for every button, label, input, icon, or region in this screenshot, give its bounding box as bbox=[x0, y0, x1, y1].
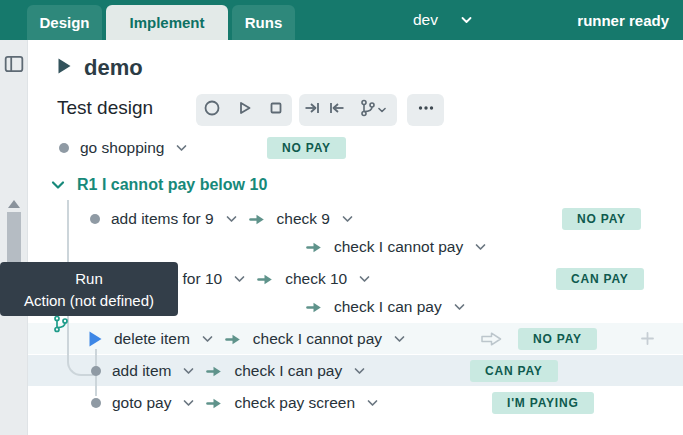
run-button[interactable] bbox=[235, 94, 253, 126]
model-play-icon[interactable] bbox=[57, 57, 72, 79]
skip-to-end-icon bbox=[303, 99, 321, 121]
chevron-down-icon[interactable] bbox=[175, 142, 188, 154]
ghost-arrow-icon bbox=[480, 331, 503, 351]
check-label: check I can pay bbox=[234, 362, 342, 380]
pay-status-badge: I'M PAYING bbox=[492, 392, 594, 414]
more-button[interactable] bbox=[417, 94, 435, 126]
check-label: check 10 bbox=[285, 270, 347, 288]
ellipsis-icon bbox=[417, 99, 435, 121]
skip-to-end-button[interactable] bbox=[303, 94, 321, 126]
row-play-button[interactable] bbox=[88, 330, 103, 348]
tree-row-delete-item[interactable]: delete item check I cannot pay NO PAY bbox=[28, 324, 683, 354]
transition-arrow-icon bbox=[257, 273, 274, 286]
state-bullet-icon bbox=[91, 366, 101, 376]
tree-row-go-shopping[interactable]: go shopping NO PAY bbox=[28, 133, 683, 163]
chevron-down-icon[interactable] bbox=[453, 301, 466, 313]
tab-runs[interactable]: Runs bbox=[232, 5, 295, 40]
app-header: Design Implement Runs dev runner ready bbox=[0, 0, 683, 40]
collapse-panel-icon[interactable] bbox=[4, 54, 24, 74]
chevron-down-icon[interactable] bbox=[353, 365, 366, 377]
chevron-down-icon[interactable] bbox=[182, 397, 195, 409]
tooltip-subtitle: Action (not defined) bbox=[0, 290, 178, 312]
skip-to-start-icon bbox=[328, 99, 346, 121]
transition-arrow-icon bbox=[225, 333, 242, 346]
pay-status-badge: CAN PAY bbox=[470, 360, 558, 382]
state-bullet-icon bbox=[59, 143, 69, 153]
pay-status-badge: NO PAY bbox=[562, 208, 641, 230]
action-label: add items for 9 bbox=[111, 210, 214, 228]
run-controls-group bbox=[196, 94, 292, 126]
play-icon bbox=[235, 99, 253, 121]
more-group bbox=[407, 94, 444, 126]
chevron-down-icon[interactable] bbox=[201, 333, 214, 345]
page-title: demo bbox=[84, 55, 143, 81]
check-label: check I cannot pay bbox=[253, 330, 382, 348]
transition-arrow-icon bbox=[306, 241, 323, 254]
env-selector[interactable]: dev bbox=[413, 0, 473, 40]
transition-arrow-icon bbox=[306, 301, 323, 314]
check-label: check pay screen bbox=[234, 394, 355, 412]
chevron-down-icon[interactable] bbox=[366, 397, 379, 409]
chevron-down-icon[interactable] bbox=[341, 213, 354, 225]
step-controls-group bbox=[299, 94, 397, 126]
tooltip-title: Run bbox=[0, 268, 178, 290]
chevron-down-icon[interactable] bbox=[233, 273, 246, 285]
chevron-down-icon[interactable] bbox=[358, 273, 371, 285]
pay-status-badge: CAN PAY bbox=[556, 268, 644, 290]
runner-status: runner ready bbox=[577, 0, 669, 40]
tree-row-r1-group[interactable]: R1 I cannot pay below 10 bbox=[28, 170, 683, 200]
skip-to-start-button[interactable] bbox=[328, 94, 346, 126]
chevron-down-icon bbox=[377, 101, 387, 119]
scrollbar-thumb[interactable] bbox=[7, 212, 21, 264]
requirement-label: R1 I cannot pay below 10 bbox=[77, 176, 267, 194]
branch-icon[interactable] bbox=[52, 315, 70, 337]
chevron-expanded-icon[interactable] bbox=[50, 177, 66, 193]
stop-icon bbox=[267, 99, 285, 121]
chevron-down-icon bbox=[460, 14, 473, 26]
model-title-row: demo bbox=[57, 55, 143, 81]
check-label: check I cannot pay bbox=[334, 238, 463, 256]
scroll-up-arrow[interactable] bbox=[8, 200, 20, 208]
action-label: goto pay bbox=[112, 394, 171, 412]
tree-row-check-i-cannot-pay[interactable]: check I cannot pay bbox=[28, 232, 683, 262]
transition-arrow-icon bbox=[206, 365, 223, 378]
state-bullet-icon bbox=[91, 398, 101, 408]
tree-row-goto-pay[interactable]: goto pay check pay screen I'M PAYING bbox=[28, 388, 683, 418]
branch-icon bbox=[359, 99, 377, 121]
chevron-down-icon[interactable] bbox=[474, 241, 487, 253]
record-button[interactable] bbox=[203, 94, 221, 126]
branch-select-button[interactable] bbox=[353, 94, 393, 126]
tab-implement[interactable]: Implement bbox=[106, 5, 228, 40]
action-label: add item bbox=[112, 362, 171, 380]
app-window: Design Implement Runs dev runner ready d… bbox=[0, 0, 683, 435]
action-label: delete item bbox=[114, 330, 190, 348]
chevron-down-icon[interactable] bbox=[393, 333, 406, 345]
state-bullet-icon bbox=[90, 214, 100, 224]
check-label: check I can pay bbox=[334, 298, 442, 316]
tree-row-add-item[interactable]: add item check I can pay CAN PAY bbox=[28, 356, 683, 386]
pay-status-badge: NO PAY bbox=[267, 137, 346, 159]
tree-row-add-items-for-9[interactable]: add items for 9 check 9 NO PAY bbox=[28, 204, 683, 234]
chevron-down-icon[interactable] bbox=[225, 213, 238, 225]
state-label: go shopping bbox=[80, 139, 164, 157]
section-title: Test design bbox=[57, 97, 153, 119]
chevron-down-icon[interactable] bbox=[182, 365, 195, 377]
check-label: check 9 bbox=[277, 210, 330, 228]
transition-arrow-icon bbox=[249, 213, 266, 226]
tooltip: Run Action (not defined) bbox=[0, 262, 178, 316]
circle-icon bbox=[203, 99, 221, 121]
tab-design[interactable]: Design bbox=[27, 5, 102, 40]
env-value: dev bbox=[413, 11, 438, 29]
transition-arrow-icon bbox=[206, 397, 223, 410]
pay-status-badge: NO PAY bbox=[518, 328, 597, 350]
stop-button[interactable] bbox=[267, 94, 285, 126]
add-transition-button[interactable] bbox=[640, 331, 655, 350]
